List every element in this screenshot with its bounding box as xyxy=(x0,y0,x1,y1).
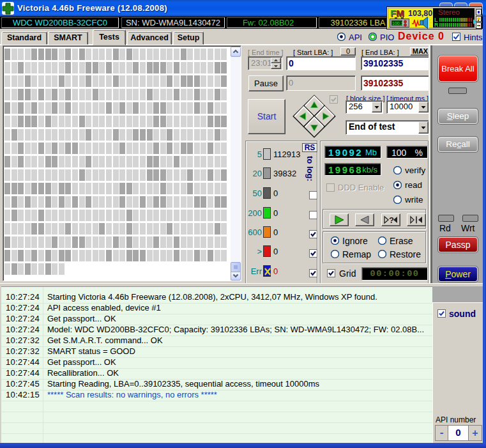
svg-text:?: ? xyxy=(389,215,394,225)
svg-text:100.1: 100.1 xyxy=(392,21,404,26)
